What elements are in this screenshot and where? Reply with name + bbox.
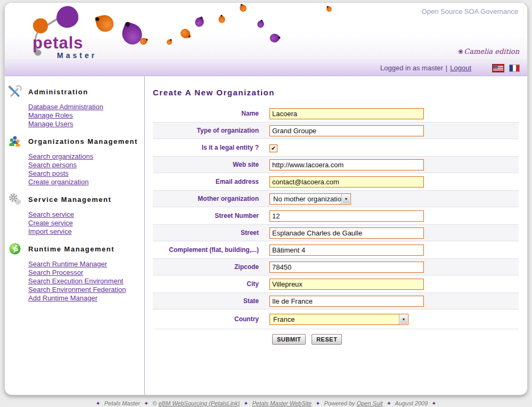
diamond-icon: ✦ bbox=[243, 400, 248, 406]
legal-entity-checkbox[interactable]: ✔ bbox=[269, 144, 277, 152]
login-bar: Logged in as master | Logout bbox=[5, 60, 527, 76]
type-of-organization-label: Type of organization bbox=[153, 127, 264, 134]
form-row: Name bbox=[153, 105, 519, 122]
create-organization-form: Name Type of organization Is it a legal … bbox=[153, 105, 519, 329]
sidebar-link-search-organizations[interactable]: Search organizations bbox=[28, 152, 144, 161]
mother-organization-label: Mother organization bbox=[153, 195, 264, 202]
country-label: Country bbox=[153, 315, 264, 323]
street-label: Street bbox=[153, 229, 264, 237]
form-row: Mother organization No mother organizati… bbox=[153, 190, 519, 207]
street-number-input[interactable] bbox=[269, 210, 424, 222]
logout-link[interactable]: Logout bbox=[450, 64, 471, 72]
petal-decoration bbox=[239, 4, 248, 13]
legal-entity-label: Is it a legal entity ? bbox=[153, 144, 264, 151]
form-row: State bbox=[153, 292, 519, 310]
sidebar-link-search-persons[interactable]: Search persons bbox=[28, 161, 144, 169]
name-input[interactable] bbox=[269, 108, 424, 119]
form-row: Is it a legal entity ? ✔ bbox=[153, 139, 519, 156]
section-administration: Administration bbox=[5, 84, 144, 99]
reset-button[interactable]: RESET bbox=[312, 334, 342, 345]
sidebar-link-search-service[interactable]: Search service bbox=[28, 210, 144, 219]
gears-icon bbox=[8, 193, 22, 206]
sidebar-link-import-service[interactable]: Import service bbox=[28, 227, 144, 236]
section-title: Service Management bbox=[28, 196, 111, 204]
city-label: City bbox=[153, 280, 264, 288]
camelia-flower-icon: ❀ bbox=[458, 48, 463, 55]
footer-copyright: © eBM WebSourcing (PetalsLink) bbox=[152, 400, 240, 406]
complement-label: Complement (flat, building,...) bbox=[153, 246, 264, 254]
section-title: Runtime Management bbox=[28, 245, 114, 253]
petal-decoration bbox=[326, 6, 332, 12]
diamond-icon: ✦ bbox=[387, 400, 391, 406]
diamond-icon: ✦ bbox=[315, 400, 320, 406]
mother-organization-select[interactable]: No mother organization ▼ bbox=[269, 193, 351, 205]
section-title: Administration bbox=[28, 88, 88, 96]
footer-brand: Petals Master bbox=[104, 400, 140, 406]
zipcode-label: Zipcode bbox=[153, 263, 264, 271]
section-title: Organizations Management bbox=[28, 137, 138, 145]
form-row: Country France ▼ bbox=[153, 310, 519, 329]
form-row: Street Number bbox=[153, 207, 519, 224]
sidebar-link-search-posts[interactable]: Search posts bbox=[28, 169, 144, 178]
page-title: Create A New Organization bbox=[153, 88, 519, 97]
petal-decoration bbox=[166, 39, 173, 45]
complement-input[interactable] bbox=[269, 245, 424, 256]
sidebar-link-database-administration[interactable]: Database Administration bbox=[28, 103, 144, 111]
form-row: Zipcode bbox=[153, 258, 519, 275]
petal-decoration bbox=[256, 20, 266, 29]
email-address-input[interactable] bbox=[269, 176, 424, 188]
sidebar-link-add-runtime-manager[interactable]: Add Runtime Manager bbox=[28, 294, 144, 303]
sidebar-link-search-environment-federation[interactable]: Search Environment Federation bbox=[28, 286, 144, 294]
web-site-input[interactable] bbox=[269, 159, 424, 170]
country-value: France bbox=[270, 314, 298, 324]
form-row: Type of organization bbox=[153, 122, 519, 139]
petal-decoration bbox=[217, 14, 226, 24]
sidebar-link-create-service[interactable]: Create service bbox=[28, 219, 144, 227]
main-content: Create A New Organization Name Type of o… bbox=[145, 76, 527, 395]
state-label: State bbox=[153, 297, 264, 305]
form-row: City bbox=[153, 275, 519, 292]
web-site-label: Web site bbox=[153, 161, 264, 168]
petal-decoration bbox=[180, 28, 191, 39]
footer-link-petals-master-website[interactable]: Petals Master WebSite bbox=[252, 400, 312, 406]
sidebar-link-create-organization[interactable]: Create organization bbox=[28, 178, 144, 186]
section-service-management: Service Management bbox=[5, 191, 144, 207]
state-input[interactable] bbox=[269, 296, 424, 307]
french-flag-button[interactable] bbox=[509, 64, 520, 72]
sidebar-link-manage-roles[interactable]: Manage Roles bbox=[28, 111, 144, 120]
sidebar-navigation: Administration Database Administration M… bbox=[5, 76, 145, 395]
sidebar-link-manage-users[interactable]: Manage Users bbox=[28, 120, 144, 128]
sidebar-link-search-execution-environment[interactable]: Search Execution Environment bbox=[28, 277, 144, 286]
chevron-down-icon: ▼ bbox=[399, 314, 408, 324]
chevron-down-icon: ▼ bbox=[341, 194, 350, 204]
app-window: petals Master Open Source SOA Governance… bbox=[4, 2, 528, 395]
city-input[interactable] bbox=[269, 279, 424, 290]
petal-decoration bbox=[194, 17, 206, 28]
type-of-organization-input[interactable] bbox=[269, 125, 424, 136]
tools-icon bbox=[8, 85, 22, 98]
logged-in-status: Logged in as master bbox=[380, 64, 443, 72]
form-row: Complement (flat, building,...) bbox=[153, 241, 519, 258]
street-input[interactable] bbox=[269, 227, 424, 239]
country-select[interactable]: France ▼ bbox=[269, 314, 408, 325]
footer-link-ebm-websourcing[interactable]: eBM WebSourcing (PetalsLink) bbox=[158, 400, 240, 406]
section-organizations-management: Organizations Management bbox=[5, 133, 144, 149]
footer-link-open-suit[interactable]: Open Suit bbox=[357, 400, 383, 406]
footer-powered-by: Powered by Open Suit bbox=[324, 400, 383, 406]
sidebar-link-search-runtime-manager[interactable]: Search Runtime Manager bbox=[28, 260, 144, 268]
english-flag-button[interactable] bbox=[492, 64, 504, 72]
logo-title: petals bbox=[32, 34, 84, 53]
form-row: Web site bbox=[153, 156, 519, 173]
email-address-label: Email address bbox=[153, 178, 264, 185]
runner-icon bbox=[8, 242, 22, 255]
edition-label: ❀Camelia edition bbox=[458, 47, 519, 55]
zipcode-input[interactable] bbox=[269, 262, 424, 273]
form-row: Street bbox=[153, 224, 519, 241]
section-runtime-management: Runtime Management bbox=[5, 241, 144, 256]
sidebar-link-search-processor[interactable]: Search Processor bbox=[28, 268, 144, 277]
mother-organization-value: No mother organization bbox=[270, 194, 341, 204]
diamond-icon: ✦ bbox=[431, 400, 436, 406]
app-header: petals Master Open Source SOA Governance… bbox=[5, 3, 527, 60]
submit-button[interactable]: SUBMIT bbox=[272, 334, 306, 345]
street-number-label: Street Number bbox=[153, 212, 264, 219]
